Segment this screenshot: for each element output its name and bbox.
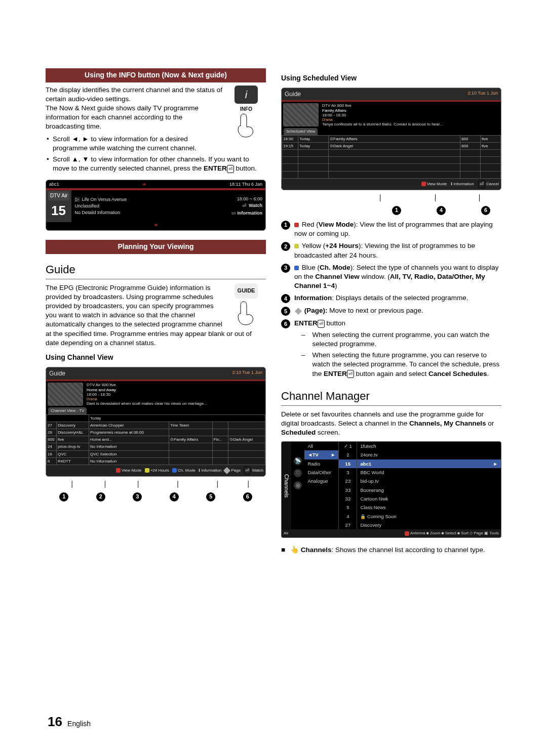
osd-scheduled-view: Guide2:10 Tue 1 Jun DTV Air 800 five Fam… <box>281 88 501 190</box>
page-number: 16 <box>48 714 62 729</box>
sv-callouts: 1 4 6 <box>281 206 501 215</box>
enter-icon: ⏎ <box>347 370 354 378</box>
cm-sidebar-label: Channels <box>282 442 291 529</box>
info-bullet-1: Scroll ◄, ► to view information for a de… <box>53 135 266 153</box>
cm-para: Delete or set favourites channels and us… <box>281 410 501 438</box>
page-footer: 16 English <box>46 712 91 731</box>
callout-6: 6 <box>481 206 490 215</box>
cv-footer: View Mode +24 Hours Ch. Mode ℹ Informati… <box>46 465 265 476</box>
cm-foot-right: Antenna ■ Zoom ■ Select ■ Sort ◇ Page ▣ … <box>410 531 499 535</box>
info-button-label: INFO <box>226 106 266 113</box>
info-remote-illustration: i INFO <box>226 86 266 138</box>
sv-meta-desc: Tanya confesses all to a stunned Babs. C… <box>322 122 499 127</box>
heading-channel-view: Using Channel View <box>46 353 266 363</box>
guide-button-icon: GUIDE <box>235 283 258 299</box>
callout-lines-icon <box>46 481 266 488</box>
enter-icon: ⏎ <box>318 320 325 328</box>
callout-4: 4 <box>437 206 446 215</box>
left-column: Using the INFO button (Now & Next guide)… <box>46 68 266 555</box>
osd-channel-number: 15 <box>48 200 69 221</box>
antenna-icon: 📡 <box>294 457 302 465</box>
sv-clock: 2:10 Tue 1 Jun <box>467 90 498 99</box>
heart-icon: ♡ <box>294 469 302 477</box>
info-button-icon: i <box>235 86 258 104</box>
cv-callouts: 1 2 3 4 5 6 <box>46 492 266 501</box>
globe-icon: ◎ <box>294 481 302 489</box>
sv-tab: Scheduled View <box>284 128 318 135</box>
osd-timeslot: 18:00 ~ 6:00 <box>231 196 262 202</box>
osd-cv-title: Guide <box>49 369 65 378</box>
cv-meta-desc: Dani is devastated when scott makes clea… <box>87 401 263 406</box>
osd-classification: Unclassified <box>74 203 225 209</box>
sv-title: Guide <box>285 90 301 99</box>
arrow-down-icon <box>154 224 158 227</box>
channels-note: 👆 Channels: Shows the channel list accor… <box>281 545 501 555</box>
manual-page: Using the INFO button (Now & Next guide)… <box>0 0 547 756</box>
cv-meta-programme: Home and Away <box>87 388 263 393</box>
osd-cv-clock: 2:10 Tue 1 Jun <box>232 369 262 378</box>
section-header-info: Using the INFO button (Now & Next guide) <box>46 68 266 82</box>
callout-2: 2 <box>96 492 105 501</box>
hand-icon <box>233 301 259 326</box>
cv-meta-slot: 18:00 - 18:30 <box>87 392 263 397</box>
section-header-planning: Planning Your Viewing <box>46 240 266 254</box>
osd-programme-title: Life On Venus Avenue <box>82 197 127 202</box>
guide-remote-illustration: GUIDE <box>226 283 266 326</box>
osd-watch-hint: Watch <box>249 203 262 208</box>
osd-no-detail: No Detaild Information <box>74 209 225 216</box>
sv-meta-channel: DTV Air 800 five <box>322 103 499 108</box>
diamond-icon <box>295 308 302 315</box>
thumbnail-icon <box>283 103 319 127</box>
heading-scheduled-view: Using Scheduled View <box>281 73 501 83</box>
osd-channel-view: Guide2:10 Tue 1 Jun DTV Air 800 five Hom… <box>46 367 266 477</box>
cv-meta-channel: DTV Air 800 five <box>87 383 263 388</box>
enter-icon: ⏎ <box>227 165 234 173</box>
page-language: English <box>67 720 91 728</box>
callout-4: 4 <box>170 492 179 501</box>
info-bullet-2: Scroll ▲, ▼ to view information for othe… <box>53 155 266 173</box>
heading-channel-manager: Channel Manager <box>281 389 501 406</box>
cm-foot-left: Air <box>284 530 289 536</box>
osd-info-hint: Information <box>238 211 263 216</box>
callout-3: 3 <box>133 492 142 501</box>
osd-channel-name: abc1 <box>49 181 59 188</box>
thumbnail-icon <box>48 383 83 406</box>
cm-category-icons: 📡 ♡ ◎ <box>291 442 304 529</box>
sv-meta-programme: Family Affairs <box>322 108 499 113</box>
sv-meta-slot: 18:00 - 18:30 <box>322 113 499 118</box>
arrow-up-icon <box>142 183 146 185</box>
osd-clock: 18:11 Thu 6 Jan <box>229 181 262 188</box>
callout-5: 5 <box>206 492 215 501</box>
cv-tab: Channel View - TV <box>48 407 87 414</box>
osd-channel-manager: Channels 📡 ♡ ◎ All◄ TV ►RadioData/OtherA… <box>281 441 501 537</box>
numbered-list: 1 Red (View Mode): View the list of prog… <box>281 220 501 381</box>
sv-meta-genre: Drama <box>322 118 499 122</box>
sv-footer: View Mode ℹ Information ⏎ Cancel <box>282 179 501 190</box>
callout-1: 1 <box>392 206 401 215</box>
cv-meta-genre: Drama <box>87 397 263 401</box>
osd-source: DTV Air <box>48 191 69 200</box>
right-column: Using Scheduled View Guide2:10 Tue 1 Jun… <box>281 68 501 555</box>
cv-today: Today <box>90 416 101 421</box>
callout-1: 1 <box>59 492 68 501</box>
heading-guide: Guide <box>46 262 266 279</box>
callout-6: 6 <box>243 492 252 501</box>
osd-now-next: abc1 18:11 Thu 6 Jan DTV Air 15 ▷Life On… <box>46 180 266 231</box>
callout-lines-icon <box>281 194 501 201</box>
